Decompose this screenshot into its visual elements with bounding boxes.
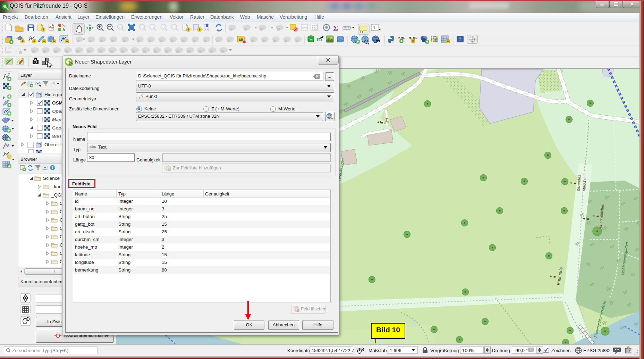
svg-text:✱: ✱ xyxy=(43,40,45,43)
svg-text:✱: ✱ xyxy=(198,28,201,31)
svg-text:ab: ab xyxy=(239,37,243,41)
svg-text:✱: ✱ xyxy=(447,40,449,43)
svg-text:✱: ✱ xyxy=(412,39,415,43)
svg-text:✱: ✱ xyxy=(66,40,68,43)
svg-text:✱: ✱ xyxy=(187,28,190,31)
svg-text:Science: Science xyxy=(43,176,60,181)
svg-text:✱: ✱ xyxy=(33,40,36,43)
svg-text:Σ: Σ xyxy=(333,24,338,32)
svg-text:?: ? xyxy=(459,36,461,42)
svg-text:ε: ε xyxy=(51,82,52,86)
svg-text:Sitzendes: Sitzendes xyxy=(576,175,582,192)
svg-text:1:1: 1:1 xyxy=(118,26,122,28)
svg-text:T: T xyxy=(373,25,376,30)
svg-text:Mädchen: Mädchen xyxy=(582,175,587,191)
svg-text:,: , xyxy=(3,90,5,99)
svg-text:✱: ✱ xyxy=(52,40,55,43)
svg-text:i: i xyxy=(52,166,53,170)
svg-text:✱: ✱ xyxy=(42,28,45,31)
svg-text:✱: ✱ xyxy=(21,40,24,43)
svg-text:a: a xyxy=(62,27,65,32)
